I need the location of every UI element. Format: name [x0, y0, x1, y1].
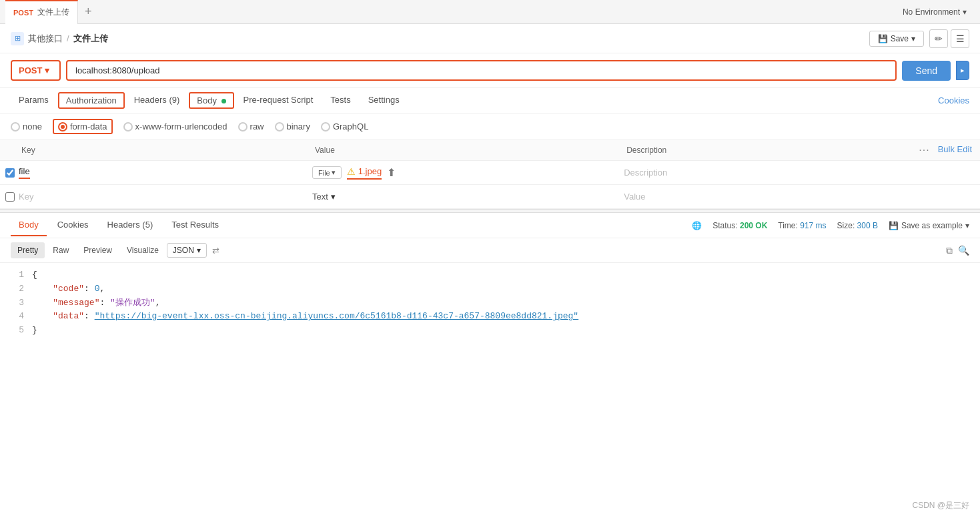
col-value-header: Value — [307, 140, 618, 161]
edit-button[interactable]: ✏ — [929, 29, 948, 48]
tab-authorization[interactable]: Authorization — [58, 92, 125, 109]
save-as-example-button[interactable]: 💾 Save as example ▾ — [889, 221, 969, 230]
save-button[interactable]: 💾 Save ▾ — [869, 31, 924, 47]
resp-tab-headers[interactable]: Headers (5) — [99, 214, 161, 236]
json-format-selector[interactable]: JSON ▾ — [167, 243, 207, 258]
key-value-table: Key Value Description ··· Bulk Edit — [0, 140, 980, 209]
description-placeholder[interactable]: Description — [624, 168, 667, 178]
breadcrumb: ⊞ 其他接口 / 文件上传 — [11, 32, 108, 45]
response-format-bar: Pretty Raw Preview Visualize JSON ▾ ⇄ ⧉ … — [0, 238, 980, 263]
breadcrumb-link[interactable]: 其他接口 — [28, 33, 63, 45]
option-binary-label: binary — [287, 121, 310, 132]
value-cell: File ▾ ⚠ 1.jpeg ⬆ — [307, 161, 618, 185]
fmt-tab-pretty[interactable]: Pretty — [11, 242, 45, 258]
option-form-data[interactable]: form-data — [53, 119, 113, 134]
option-binary[interactable]: binary — [275, 121, 310, 132]
tab-pre-request-script[interactable]: Pre-request Script — [235, 90, 322, 111]
fmt-tab-preview[interactable]: Preview — [77, 242, 119, 258]
option-raw-label: raw — [250, 121, 264, 132]
data-url-link[interactable]: "https://big-event-lxx.oss-cn-beijing.al… — [95, 311, 579, 321]
save-icon: 💾 — [878, 34, 888, 43]
save-label: Save — [891, 34, 909, 43]
request-tabs: Params Authorization Headers (9) Body Pr… — [0, 88, 980, 113]
environment-selector[interactable]: No Environment ▾ — [895, 7, 975, 17]
col-key-header: Key — [0, 140, 307, 161]
col-description-header: Description ··· Bulk Edit — [618, 140, 980, 161]
url-text: localhost:8080/upload — [75, 65, 160, 75]
description-cell: Description — [618, 161, 980, 185]
tab-settings[interactable]: Settings — [360, 90, 408, 111]
send-button[interactable]: Send — [902, 61, 951, 81]
tab-title: 文件上传 — [37, 7, 69, 18]
response-status-area: 🌐 Status: 200 OK Time: 917 ms Size: 300 … — [692, 221, 969, 230]
resp-tab-cookies[interactable]: Cookies — [49, 214, 97, 236]
upload-icon[interactable]: ⬆ — [387, 166, 396, 179]
method-chevron-icon: ▾ — [45, 65, 49, 75]
radio-raw-icon — [238, 122, 248, 132]
save-example-label: Save as example — [901, 221, 963, 230]
key-value-text: file — [19, 166, 30, 179]
more-button[interactable]: ··· — [919, 144, 929, 156]
breadcrumb-separator: / — [67, 33, 69, 43]
save-example-chevron-icon: ▾ — [965, 221, 969, 230]
fmt-tab-visualize[interactable]: Visualize — [120, 242, 165, 258]
warning-icon: ⚠ — [347, 166, 356, 177]
size-value: 300 B — [857, 221, 878, 230]
option-none[interactable]: none — [11, 121, 42, 132]
status-code: 200 OK — [740, 221, 767, 230]
code-panel: 1 { 2 "code": 0, 3 "message": "操作成功", 4 … — [0, 263, 980, 343]
resp-tab-body[interactable]: Body — [11, 214, 47, 236]
fmt-tab-raw[interactable]: Raw — [46, 242, 75, 258]
body-options: none form-data x-www-form-urlencoded raw… — [0, 113, 980, 140]
save-chevron-icon: ▾ — [911, 34, 915, 43]
row-checkbox[interactable] — [5, 168, 15, 178]
active-tab[interactable]: POST 文件上传 — [5, 0, 78, 24]
empty-type-cell: Text ▾ — [307, 185, 618, 209]
radio-form-data-icon — [58, 122, 67, 132]
empty-key-placeholder[interactable]: Key — [19, 192, 33, 202]
send-dropdown[interactable]: ▸ — [956, 61, 969, 80]
option-graphql[interactable]: GraphQL — [321, 121, 368, 132]
code-line-2: 2 "code": 0, — [11, 282, 969, 296]
tab-headers[interactable]: Headers (9) — [126, 90, 188, 111]
option-urlencoded[interactable]: x-www-form-urlencoded — [123, 121, 227, 132]
bulk-edit-button[interactable]: Bulk Edit — [938, 144, 972, 156]
cookies-link[interactable]: Cookies — [938, 95, 969, 105]
tab-tests[interactable]: Tests — [322, 90, 358, 111]
json-label: JSON — [173, 246, 194, 255]
file-type-selector[interactable]: File ▾ — [312, 166, 342, 179]
filter-icon[interactable]: ⇄ — [212, 246, 219, 256]
method-selector[interactable]: POST ▾ — [11, 60, 61, 81]
option-raw[interactable]: raw — [238, 121, 264, 132]
breadcrumb-current: 文件上传 — [73, 33, 108, 45]
document-button[interactable]: ☰ — [951, 29, 969, 48]
empty-value-cell: Value — [618, 185, 980, 209]
empty-row-checkbox[interactable] — [5, 192, 15, 202]
edit-icons: ✏ ☰ — [929, 29, 969, 48]
time-value: 917 ms — [800, 221, 826, 230]
code-line-4: 4 "data": "https://big-event-lxx.oss-cn-… — [11, 310, 969, 324]
tab-body[interactable]: Body — [189, 92, 233, 109]
tab-params[interactable]: Params — [11, 90, 57, 111]
code-line-5: 5 } — [11, 324, 969, 338]
code-line-1: 1 { — [11, 268, 969, 282]
url-input[interactable]: localhost:8080/upload — [66, 60, 897, 81]
tab-method-tag: POST — [13, 9, 33, 17]
footer-text: CSDN @是三好 — [912, 501, 969, 510]
radio-graphql-icon — [321, 122, 330, 132]
save-example-icon: 💾 — [889, 221, 899, 230]
search-icon[interactable]: 🔍 — [958, 245, 969, 256]
option-graphql-label: GraphQL — [333, 121, 368, 132]
breadcrumb-icon: ⊞ — [11, 32, 24, 45]
size-label: Size: 300 B — [837, 221, 878, 230]
resp-tab-test-results[interactable]: Test Results — [163, 214, 227, 236]
url-bar: POST ▾ localhost:8080/upload Send ▸ — [0, 53, 980, 88]
empty-value-placeholder[interactable]: Value — [624, 192, 645, 202]
copy-icon[interactable]: ⧉ — [946, 245, 953, 256]
option-urlencoded-label: x-www-form-urlencoded — [135, 121, 227, 132]
add-tab-button[interactable]: + — [78, 5, 99, 19]
tab-bar: POST 文件上传 + No Environment ▾ — [0, 0, 980, 24]
key-cell: file — [0, 161, 307, 185]
breadcrumb-bar: ⊞ 其他接口 / 文件上传 💾 Save ▾ ✏ ☰ — [0, 24, 980, 53]
radio-binary-icon — [275, 122, 284, 132]
